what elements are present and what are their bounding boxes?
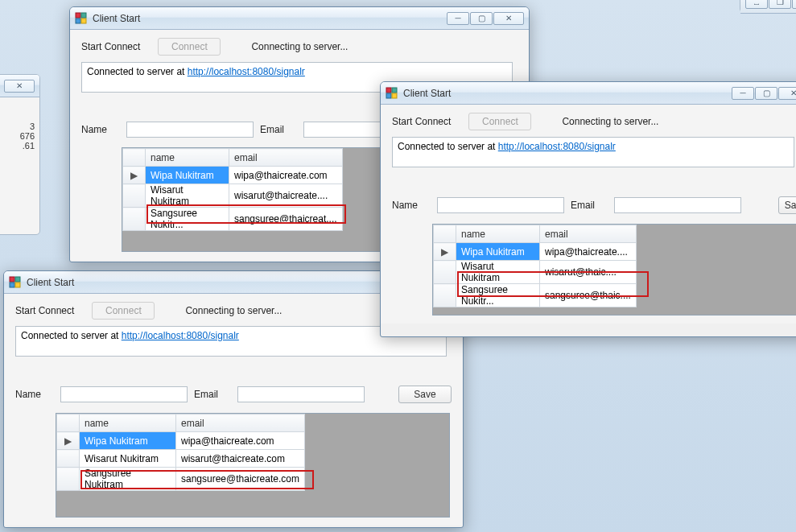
close-button[interactable]: ✕ xyxy=(493,12,524,25)
name-input[interactable] xyxy=(60,386,188,402)
col-email-header[interactable]: email xyxy=(229,149,343,167)
log-prefix: Connected to server at xyxy=(398,141,498,152)
bg-left-window: ✕ 3 676 .61 xyxy=(0,74,40,235)
data-grid[interactable]: name email ▶ Wipa Nukitram wipa@thaicrea… xyxy=(56,414,305,491)
svg-rect-3 xyxy=(15,282,20,287)
connect-button[interactable]: Connect xyxy=(158,38,221,56)
cell-name[interactable]: Wipa Nukitram xyxy=(80,432,176,450)
table-row[interactable]: ▶ Wipa Nukitram wipa@thaicreate.... xyxy=(434,243,637,261)
row-selector xyxy=(57,450,80,468)
table-row[interactable]: Sangsuree Nukitr... sangsuree@thaic.... xyxy=(434,284,637,307)
col-name-header[interactable]: name xyxy=(146,149,229,167)
col-email-header[interactable]: email xyxy=(176,414,305,432)
connect-button[interactable]: Connect xyxy=(468,113,531,130)
row-header-col xyxy=(123,149,146,167)
svg-rect-10 xyxy=(386,93,391,98)
start-connect-label: Start Connect xyxy=(15,305,74,316)
email-label: Email xyxy=(260,124,291,135)
svg-rect-0 xyxy=(10,277,14,282)
email-label: Email xyxy=(571,200,601,211)
cell-email[interactable]: wipa@thaicreate.... xyxy=(540,243,637,261)
cell-email[interactable]: sangsuree@thaicreate.com xyxy=(176,468,305,491)
email-input[interactable] xyxy=(237,386,365,402)
cell-name[interactable]: Sangsuree Nukitr... xyxy=(456,284,540,307)
email-input[interactable] xyxy=(614,197,741,213)
maximize-button[interactable]: ❐ xyxy=(769,0,791,9)
table-row[interactable]: Sangsuree Nukitram sangsuree@thaicreate.… xyxy=(57,468,305,491)
name-label: Name xyxy=(392,200,424,211)
table-row[interactable]: ▶ Wipa Nukitram wipa@thaicreate.com xyxy=(123,167,343,184)
table-row[interactable]: Wisarut Nukitram wisarut@thaic.... xyxy=(434,261,637,284)
cell-name[interactable]: Wipa Nukitram xyxy=(146,167,229,184)
table-row[interactable]: Sangsuree Nukitr... sangsuree@thaicreat.… xyxy=(123,208,343,231)
row-selector: ▶ xyxy=(434,243,456,261)
bg-top-controls: ⎵ ❐ ✕ xyxy=(740,0,796,13)
save-button[interactable]: Save xyxy=(398,386,452,403)
close-button[interactable]: ✕ xyxy=(4,80,35,93)
cell-email[interactable]: sangsuree@thaicreat.... xyxy=(229,208,343,231)
name-input[interactable] xyxy=(126,122,254,138)
svg-rect-9 xyxy=(392,88,397,93)
close-button[interactable]: ✕ xyxy=(778,87,796,100)
svg-rect-2 xyxy=(10,282,14,287)
table-row[interactable]: Wisarut Nukitram wisarut@thaicreate.com xyxy=(57,450,305,468)
col-email-header[interactable]: email xyxy=(540,225,637,243)
window-title: Client Start xyxy=(403,88,732,99)
data-grid[interactable]: name email ▶ Wipa Nukitram wipa@thaicrea… xyxy=(122,148,343,231)
maximize-button[interactable]: ▢ xyxy=(755,87,777,100)
cell-email[interactable]: sangsuree@thaic.... xyxy=(540,284,637,307)
start-connect-label: Start Connect xyxy=(81,41,140,52)
minimize-button[interactable]: ─ xyxy=(447,12,469,25)
col-name-header[interactable]: name xyxy=(456,225,540,243)
cell-name[interactable]: Wipa Nukitram xyxy=(456,243,540,261)
name-input[interactable] xyxy=(437,197,564,213)
grid-container: name email ▶ Wipa Nukitram wipa@thaicrea… xyxy=(56,413,450,518)
titlebar[interactable]: Client Start ─ ▢ ✕ xyxy=(70,7,529,30)
row-selector xyxy=(57,468,80,491)
save-button[interactable]: Sa xyxy=(778,196,796,214)
cell-name[interactable]: Sangsuree Nukitr... xyxy=(146,208,229,231)
status-text: Connecting to server... xyxy=(251,41,348,52)
start-connect-label: Start Connect xyxy=(392,116,451,127)
log-prefix: Connected to server at xyxy=(87,66,188,77)
row-selector: ▶ xyxy=(123,167,146,184)
log-textbox[interactable]: Connected to server at http://localhost:… xyxy=(392,137,794,167)
log-link[interactable]: http://localhost:8080/signalr xyxy=(188,66,305,77)
row-header-col xyxy=(434,225,456,243)
row-selector xyxy=(434,261,456,284)
titlebar[interactable]: Client Start ─ ▢ ✕ xyxy=(381,82,796,105)
cell-email[interactable]: wipa@thaicreate.com xyxy=(176,432,305,450)
status-text: Connecting to server... xyxy=(185,305,282,316)
cell-name[interactable]: Sangsuree Nukitram xyxy=(80,468,176,491)
close-button[interactable]: ✕ xyxy=(792,0,796,9)
email-input[interactable] xyxy=(303,122,392,138)
app-icon xyxy=(75,12,88,25)
cell-name[interactable]: Wisarut Nukitram xyxy=(456,261,540,284)
cell-email[interactable]: wisarut@thaic.... xyxy=(540,261,637,284)
maximize-button[interactable]: ▢ xyxy=(470,12,493,25)
minimize-button[interactable]: ⎵ xyxy=(745,0,768,9)
svg-rect-5 xyxy=(81,13,86,18)
minimize-button[interactable]: ─ xyxy=(732,87,754,100)
row-selector xyxy=(123,208,146,231)
row-header-col xyxy=(57,414,80,432)
log-link[interactable]: http://localhost:8080/signalr xyxy=(122,330,239,341)
svg-rect-8 xyxy=(386,88,391,93)
svg-rect-6 xyxy=(76,19,80,23)
table-row[interactable]: ▶ Wipa Nukitram wipa@thaicreate.com xyxy=(57,432,305,450)
col-name-header[interactable]: name xyxy=(80,414,176,432)
cell-email[interactable]: wisarut@thaicreate.... xyxy=(229,184,343,208)
connect-button[interactable]: Connect xyxy=(92,302,155,320)
svg-rect-7 xyxy=(81,19,86,23)
window-title: Client Start xyxy=(93,13,447,24)
cell-email[interactable]: wipa@thaicreate.com xyxy=(229,167,343,184)
cell-name[interactable]: Wisarut Nukitram xyxy=(146,184,229,208)
cell-email[interactable]: wisarut@thaicreate.com xyxy=(176,450,305,468)
log-link[interactable]: http://localhost:8080/signalr xyxy=(498,141,616,152)
app-icon xyxy=(386,87,398,100)
row-selector xyxy=(434,284,456,307)
cell-name[interactable]: Wisarut Nukitram xyxy=(80,450,176,468)
app-icon xyxy=(9,276,22,289)
data-grid[interactable]: name email ▶ Wipa Nukitram wipa@thaicrea… xyxy=(433,225,637,307)
table-row[interactable]: Wisarut Nukitram wisarut@thaicreate.... xyxy=(123,184,343,208)
